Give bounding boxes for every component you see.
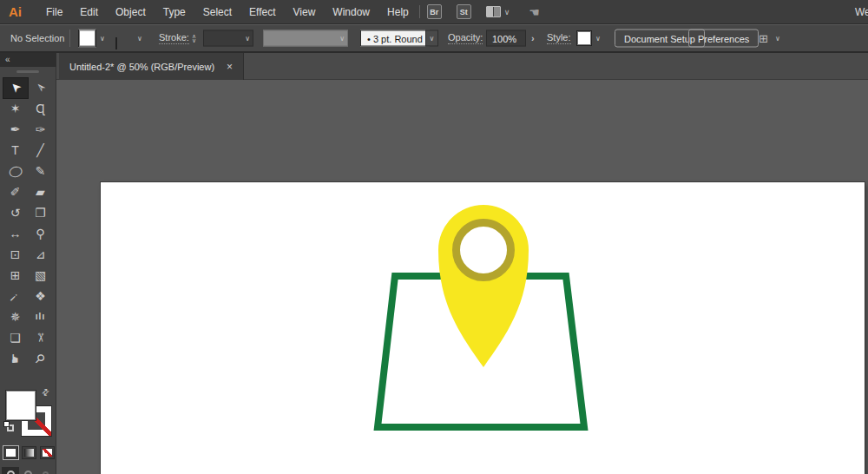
menu-object[interactable]: Object xyxy=(107,0,155,24)
curvature-tool[interactable]: ✑ xyxy=(29,120,53,140)
paintbrush-tool[interactable]: ✎ xyxy=(29,161,53,181)
fill-indicator-white[interactable] xyxy=(6,391,36,420)
document-tab[interactable]: Untitled-2* @ 50% (RGB/Preview) × xyxy=(59,53,244,80)
shaper-tool[interactable]: ✐ xyxy=(3,182,28,202)
panel-grip[interactable] xyxy=(16,70,39,73)
menu-list: File Edit Object Type Select Effect View… xyxy=(37,0,418,24)
fill-chevron-icon[interactable]: ∨ xyxy=(100,35,105,43)
puppet-warp-tool[interactable]: ⚲ xyxy=(29,224,53,244)
fill-color-swatch[interactable] xyxy=(78,30,96,48)
draw-inside-button[interactable] xyxy=(36,467,54,474)
swap-fill-stroke-icon[interactable]: ⇄ xyxy=(39,386,51,398)
style-swatch[interactable] xyxy=(576,30,592,46)
control-divider xyxy=(69,30,70,47)
free-transform-tool[interactable]: ⊡ xyxy=(3,245,28,265)
close-icon[interactable]: × xyxy=(227,61,233,73)
collapse-panel-icon[interactable]: « xyxy=(5,55,10,64)
gradient-button[interactable] xyxy=(22,446,36,459)
brush-definition-value: 3 pt. Round xyxy=(373,33,423,43)
eyedropper-tool[interactable]: ¡ xyxy=(3,286,28,306)
direct-selection-tool[interactable]: ➢ xyxy=(29,78,53,98)
width-tool[interactable]: ↔ xyxy=(3,224,28,244)
tool-grid: ➤ ➢ ✶ Ɋ ✒ ✑ xyxy=(3,77,53,369)
perspective-grid-tool[interactable]: ⊿ xyxy=(29,245,53,265)
selection-tool[interactable]: ➤ xyxy=(3,78,28,98)
chevron-down-icon[interactable]: ∨ xyxy=(504,8,510,16)
stroke-weight-label[interactable]: Stroke: xyxy=(159,32,189,44)
default-fill-stroke-icon[interactable] xyxy=(3,421,14,431)
menubar-divider xyxy=(419,5,420,18)
draw-behind-button[interactable] xyxy=(19,467,36,474)
menu-view[interactable]: View xyxy=(285,0,325,24)
document-tab-bar: Untitled-2* @ 50% (RGB/Preview) × xyxy=(56,53,868,80)
preferences-button[interactable]: Preferences xyxy=(688,30,759,48)
scale-tool[interactable]: ❐ xyxy=(29,203,53,223)
toolbar-header: « xyxy=(0,53,56,67)
align-options-icon[interactable]: ⊞ xyxy=(759,32,768,45)
slice-tool[interactable]: ✂ xyxy=(29,328,53,348)
style-label[interactable]: Style: xyxy=(547,32,571,44)
gradient-tool[interactable]: ▧ xyxy=(29,266,53,286)
stepper-down-icon[interactable]: ∨ xyxy=(192,38,196,43)
brush-definition-dropdown[interactable]: ∨ xyxy=(425,30,438,47)
tools-panel: ➤ ➢ ✶ Ɋ ✒ ✑ xyxy=(0,67,56,474)
symbol-sprayer-tool[interactable]: ✵ xyxy=(3,307,28,327)
menu-window[interactable]: Window xyxy=(324,0,378,24)
type-tool[interactable]: T xyxy=(3,141,28,161)
chevron-down-icon: ∨ xyxy=(339,35,345,43)
opacity-input[interactable]: 100% xyxy=(486,30,526,47)
blend-tool[interactable]: ❖ xyxy=(29,286,53,306)
illustrator-window: Ai File Edit Object Type Select Effect V… xyxy=(0,0,868,474)
variable-width-profile-select: ∨ xyxy=(263,30,348,47)
canvas-pasteboard[interactable] xyxy=(57,81,868,474)
chevron-down-icon: ∨ xyxy=(430,35,435,43)
artboard-tool[interactable]: ❏ xyxy=(3,328,28,348)
menu-file[interactable]: File xyxy=(37,0,71,24)
chevron-down-icon: ∨ xyxy=(245,35,250,43)
brush-bullet: • xyxy=(367,33,371,43)
stroke-weight-stepper[interactable]: ∧ ∨ xyxy=(192,34,196,43)
brush-definition-button[interactable]: • 3 pt. Round xyxy=(360,30,430,47)
workspace-truncated-label: We xyxy=(855,6,868,18)
draw-normal-button[interactable] xyxy=(2,467,19,474)
hand-tool[interactable]: ☛ xyxy=(3,349,28,369)
ellipse-tool[interactable]: ◯ xyxy=(3,161,28,181)
line-segment-tool[interactable]: ╱ xyxy=(29,141,53,161)
lasso-tool[interactable]: Ɋ xyxy=(29,99,53,119)
mesh-tool[interactable]: ⊞ xyxy=(3,266,28,286)
bridge-button[interactable]: Br xyxy=(427,4,442,19)
magic-wand-tool[interactable]: ✶ xyxy=(3,99,28,119)
menu-effect[interactable]: Effect xyxy=(240,0,284,24)
fill-stroke-indicator: ⇄ xyxy=(3,389,56,441)
rotate-tool[interactable]: ↺ xyxy=(3,203,28,223)
menu-type[interactable]: Type xyxy=(155,0,194,24)
opacity-label[interactable]: Opacity: xyxy=(448,32,483,44)
stroke-color-swatch[interactable] xyxy=(115,37,117,49)
drawing-mode-buttons xyxy=(2,467,54,474)
menu-select[interactable]: Select xyxy=(194,0,240,24)
eraser-tool[interactable]: ▰ xyxy=(29,182,53,202)
color-button[interactable] xyxy=(3,446,18,459)
document-tab-title: Untitled-2* @ 50% (RGB/Preview) xyxy=(69,62,214,72)
pen-tool[interactable]: ✒ xyxy=(3,120,28,140)
stock-button[interactable]: St xyxy=(457,4,471,19)
zoom-tool[interactable]: ⚲ xyxy=(29,349,53,369)
stroke-weight-select[interactable]: ∨ xyxy=(203,30,253,47)
artboard[interactable] xyxy=(101,182,865,474)
align-chevron-icon[interactable]: ∨ xyxy=(775,35,780,43)
map-pin-ring[interactable] xyxy=(457,223,511,278)
style-chevron-icon[interactable]: ∨ xyxy=(595,35,601,43)
menubar: Ai File Edit Object Type Select Effect V… xyxy=(0,0,868,24)
control-bar: No Selection ∨ ∨ Stroke: ∧ ∨ ∨ ∨ • 3 pt.… xyxy=(0,25,868,53)
none-button[interactable] xyxy=(40,446,55,459)
opacity-slider-arrow-icon[interactable]: › xyxy=(531,33,535,43)
stroke-chevron-icon[interactable]: ∨ xyxy=(137,35,142,43)
menu-edit[interactable]: Edit xyxy=(71,0,107,24)
selection-status: No Selection xyxy=(10,33,64,43)
app-logo: Ai xyxy=(9,4,22,19)
color-mode-buttons xyxy=(3,446,55,459)
workspace-layout-icon[interactable] xyxy=(486,6,501,17)
touch-workspace-icon[interactable]: ☚ xyxy=(529,5,540,19)
menu-help[interactable]: Help xyxy=(378,0,418,24)
column-graph-tool[interactable]: ılı xyxy=(29,307,53,327)
